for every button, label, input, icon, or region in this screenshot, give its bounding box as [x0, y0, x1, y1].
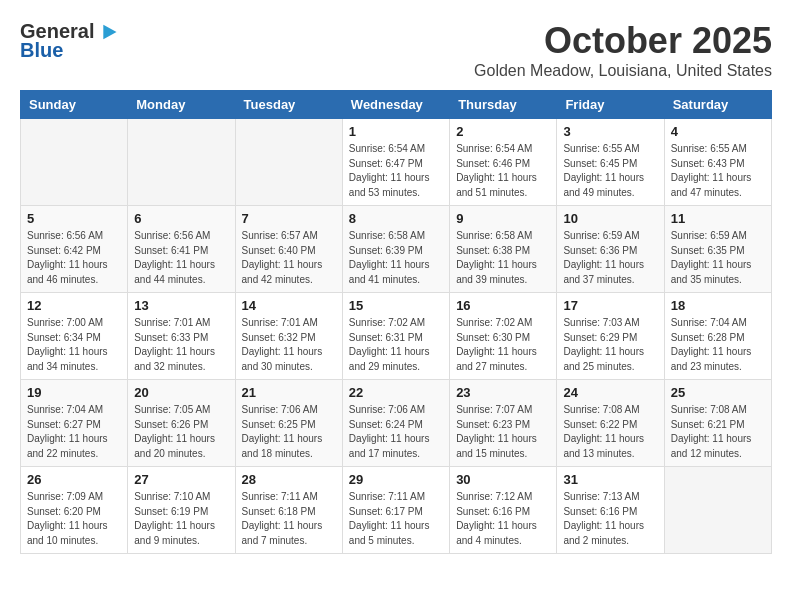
day-info: Sunrise: 7:01 AM Sunset: 6:33 PM Dayligh… — [134, 316, 228, 374]
title-section: October 2025 Golden Meadow, Louisiana, U… — [474, 20, 772, 80]
calendar-cell: 23Sunrise: 7:07 AM Sunset: 6:23 PM Dayli… — [450, 380, 557, 467]
calendar-cell: 29Sunrise: 7:11 AM Sunset: 6:17 PM Dayli… — [342, 467, 449, 554]
day-number: 20 — [134, 385, 228, 400]
day-of-week-thursday: Thursday — [450, 91, 557, 119]
day-info: Sunrise: 7:00 AM Sunset: 6:34 PM Dayligh… — [27, 316, 121, 374]
day-of-week-friday: Friday — [557, 91, 664, 119]
day-info: Sunrise: 6:57 AM Sunset: 6:40 PM Dayligh… — [242, 229, 336, 287]
calendar-table: SundayMondayTuesdayWednesdayThursdayFrid… — [20, 90, 772, 554]
day-number: 27 — [134, 472, 228, 487]
day-info: Sunrise: 7:04 AM Sunset: 6:27 PM Dayligh… — [27, 403, 121, 461]
day-of-week-monday: Monday — [128, 91, 235, 119]
calendar-cell: 5Sunrise: 6:56 AM Sunset: 6:42 PM Daylig… — [21, 206, 128, 293]
day-number: 15 — [349, 298, 443, 313]
calendar-week-2: 5Sunrise: 6:56 AM Sunset: 6:42 PM Daylig… — [21, 206, 772, 293]
day-number: 9 — [456, 211, 550, 226]
day-info: Sunrise: 7:11 AM Sunset: 6:17 PM Dayligh… — [349, 490, 443, 548]
day-info: Sunrise: 7:09 AM Sunset: 6:20 PM Dayligh… — [27, 490, 121, 548]
calendar-cell: 30Sunrise: 7:12 AM Sunset: 6:16 PM Dayli… — [450, 467, 557, 554]
calendar-week-3: 12Sunrise: 7:00 AM Sunset: 6:34 PM Dayli… — [21, 293, 772, 380]
calendar-cell — [664, 467, 771, 554]
day-info: Sunrise: 6:55 AM Sunset: 6:45 PM Dayligh… — [563, 142, 657, 200]
day-info: Sunrise: 7:05 AM Sunset: 6:26 PM Dayligh… — [134, 403, 228, 461]
day-number: 5 — [27, 211, 121, 226]
day-number: 6 — [134, 211, 228, 226]
calendar-cell: 27Sunrise: 7:10 AM Sunset: 6:19 PM Dayli… — [128, 467, 235, 554]
day-info: Sunrise: 7:01 AM Sunset: 6:32 PM Dayligh… — [242, 316, 336, 374]
day-number: 7 — [242, 211, 336, 226]
day-number: 3 — [563, 124, 657, 139]
logo-arrow-icon — [96, 21, 118, 43]
day-info: Sunrise: 6:58 AM Sunset: 6:38 PM Dayligh… — [456, 229, 550, 287]
day-number: 14 — [242, 298, 336, 313]
day-number: 28 — [242, 472, 336, 487]
calendar-cell: 13Sunrise: 7:01 AM Sunset: 6:33 PM Dayli… — [128, 293, 235, 380]
day-info: Sunrise: 7:08 AM Sunset: 6:22 PM Dayligh… — [563, 403, 657, 461]
day-info: Sunrise: 7:13 AM Sunset: 6:16 PM Dayligh… — [563, 490, 657, 548]
day-info: Sunrise: 7:12 AM Sunset: 6:16 PM Dayligh… — [456, 490, 550, 548]
day-number: 25 — [671, 385, 765, 400]
calendar-cell: 16Sunrise: 7:02 AM Sunset: 6:30 PM Dayli… — [450, 293, 557, 380]
day-info: Sunrise: 6:59 AM Sunset: 6:36 PM Dayligh… — [563, 229, 657, 287]
day-number: 18 — [671, 298, 765, 313]
calendar-cell: 1Sunrise: 6:54 AM Sunset: 6:47 PM Daylig… — [342, 119, 449, 206]
calendar-cell: 8Sunrise: 6:58 AM Sunset: 6:39 PM Daylig… — [342, 206, 449, 293]
day-info: Sunrise: 6:55 AM Sunset: 6:43 PM Dayligh… — [671, 142, 765, 200]
month-title: October 2025 — [474, 20, 772, 62]
location: Golden Meadow, Louisiana, United States — [474, 62, 772, 80]
calendar-cell: 17Sunrise: 7:03 AM Sunset: 6:29 PM Dayli… — [557, 293, 664, 380]
day-info: Sunrise: 7:02 AM Sunset: 6:30 PM Dayligh… — [456, 316, 550, 374]
calendar-cell: 12Sunrise: 7:00 AM Sunset: 6:34 PM Dayli… — [21, 293, 128, 380]
calendar-cell: 7Sunrise: 6:57 AM Sunset: 6:40 PM Daylig… — [235, 206, 342, 293]
calendar-cell: 15Sunrise: 7:02 AM Sunset: 6:31 PM Dayli… — [342, 293, 449, 380]
day-number: 2 — [456, 124, 550, 139]
day-info: Sunrise: 6:59 AM Sunset: 6:35 PM Dayligh… — [671, 229, 765, 287]
day-number: 23 — [456, 385, 550, 400]
day-info: Sunrise: 7:11 AM Sunset: 6:18 PM Dayligh… — [242, 490, 336, 548]
calendar-cell: 4Sunrise: 6:55 AM Sunset: 6:43 PM Daylig… — [664, 119, 771, 206]
calendar-cell: 25Sunrise: 7:08 AM Sunset: 6:21 PM Dayli… — [664, 380, 771, 467]
day-info: Sunrise: 6:56 AM Sunset: 6:41 PM Dayligh… — [134, 229, 228, 287]
calendar-cell: 19Sunrise: 7:04 AM Sunset: 6:27 PM Dayli… — [21, 380, 128, 467]
day-info: Sunrise: 7:04 AM Sunset: 6:28 PM Dayligh… — [671, 316, 765, 374]
day-info: Sunrise: 7:07 AM Sunset: 6:23 PM Dayligh… — [456, 403, 550, 461]
day-number: 30 — [456, 472, 550, 487]
calendar-cell: 21Sunrise: 7:06 AM Sunset: 6:25 PM Dayli… — [235, 380, 342, 467]
day-number: 19 — [27, 385, 121, 400]
day-number: 1 — [349, 124, 443, 139]
calendar-week-5: 26Sunrise: 7:09 AM Sunset: 6:20 PM Dayli… — [21, 467, 772, 554]
calendar-cell: 22Sunrise: 7:06 AM Sunset: 6:24 PM Dayli… — [342, 380, 449, 467]
calendar-cell: 10Sunrise: 6:59 AM Sunset: 6:36 PM Dayli… — [557, 206, 664, 293]
calendar-cell: 24Sunrise: 7:08 AM Sunset: 6:22 PM Dayli… — [557, 380, 664, 467]
day-of-week-sunday: Sunday — [21, 91, 128, 119]
calendar-cell: 31Sunrise: 7:13 AM Sunset: 6:16 PM Dayli… — [557, 467, 664, 554]
calendar-week-4: 19Sunrise: 7:04 AM Sunset: 6:27 PM Dayli… — [21, 380, 772, 467]
calendar-cell — [21, 119, 128, 206]
day-info: Sunrise: 7:06 AM Sunset: 6:25 PM Dayligh… — [242, 403, 336, 461]
day-info: Sunrise: 7:06 AM Sunset: 6:24 PM Dayligh… — [349, 403, 443, 461]
day-of-week-wednesday: Wednesday — [342, 91, 449, 119]
day-number: 8 — [349, 211, 443, 226]
day-info: Sunrise: 6:56 AM Sunset: 6:42 PM Dayligh… — [27, 229, 121, 287]
calendar-cell: 3Sunrise: 6:55 AM Sunset: 6:45 PM Daylig… — [557, 119, 664, 206]
calendar-cell — [128, 119, 235, 206]
day-number: 13 — [134, 298, 228, 313]
day-info: Sunrise: 7:10 AM Sunset: 6:19 PM Dayligh… — [134, 490, 228, 548]
calendar-cell: 26Sunrise: 7:09 AM Sunset: 6:20 PM Dayli… — [21, 467, 128, 554]
logo-blue-text: Blue — [20, 39, 63, 62]
day-number: 10 — [563, 211, 657, 226]
calendar-header-row: SundayMondayTuesdayWednesdayThursdayFrid… — [21, 91, 772, 119]
day-number: 31 — [563, 472, 657, 487]
day-number: 17 — [563, 298, 657, 313]
calendar-cell — [235, 119, 342, 206]
logo: General Blue — [20, 20, 118, 62]
day-info: Sunrise: 6:54 AM Sunset: 6:47 PM Dayligh… — [349, 142, 443, 200]
day-number: 4 — [671, 124, 765, 139]
day-number: 16 — [456, 298, 550, 313]
day-info: Sunrise: 7:02 AM Sunset: 6:31 PM Dayligh… — [349, 316, 443, 374]
day-number: 22 — [349, 385, 443, 400]
calendar-cell: 11Sunrise: 6:59 AM Sunset: 6:35 PM Dayli… — [664, 206, 771, 293]
calendar-cell: 9Sunrise: 6:58 AM Sunset: 6:38 PM Daylig… — [450, 206, 557, 293]
day-number: 21 — [242, 385, 336, 400]
day-of-week-tuesday: Tuesday — [235, 91, 342, 119]
